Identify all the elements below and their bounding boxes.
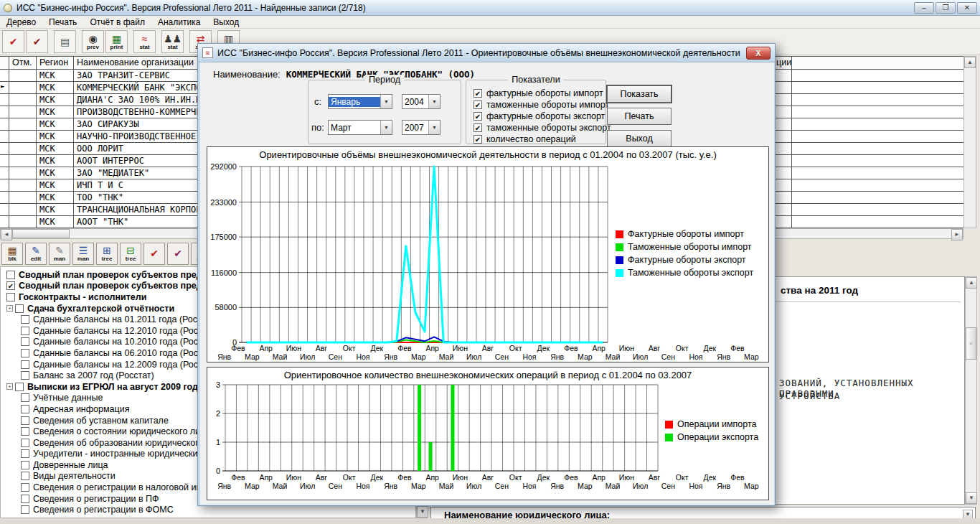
edit-button[interactable]: ✎edit: [25, 243, 47, 265]
svg-text:Апр: Апр: [592, 473, 606, 482]
info-panel-scrollbar[interactable]: ▲ ≡ ▼: [965, 276, 977, 505]
scroll-thumb[interactable]: [12, 229, 70, 238]
scroll-down-icon[interactable]: ▼: [966, 492, 977, 504]
cell-otm: [9, 204, 37, 216]
svg-text:Дек: Дек: [704, 473, 717, 482]
checkbox-icon[interactable]: [15, 304, 24, 313]
to-month-select[interactable]: Март ▼: [328, 120, 392, 135]
checkbox-icon[interactable]: [6, 293, 15, 301]
menu-tree[interactable]: Дерево: [0, 17, 42, 28]
report-check-button[interactable]: ✔: [2, 30, 24, 53]
check-dark-button[interactable]: ✔: [167, 243, 189, 265]
chevron-down-icon[interactable]: ▼: [428, 95, 440, 108]
row-marker: [0, 216, 9, 228]
svg-text:Мар: Мар: [578, 352, 593, 361]
checkbox-icon[interactable]: [15, 383, 24, 391]
checkbox-icon[interactable]: ✔: [473, 89, 482, 98]
tree-green-button[interactable]: ⊟tree: [120, 243, 141, 265]
checkbox-icon[interactable]: [21, 405, 29, 413]
checkbox-icon[interactable]: ✔: [473, 123, 482, 132]
svg-text:116000: 116000: [211, 268, 237, 277]
checkbox-icon[interactable]: [21, 393, 29, 402]
table-vertical-scrollbar[interactable]: ▲: [963, 56, 976, 228]
to-year-select[interactable]: 2007 ▼: [402, 120, 440, 135]
from-year-select[interactable]: 2004 ▼: [402, 94, 440, 109]
from-month-select[interactable]: Январь ▼: [328, 94, 392, 109]
stat-line-button[interactable]: ≈stat: [133, 30, 156, 53]
checkbox-icon[interactable]: [21, 327, 29, 335]
manual-button[interactable]: ✎man: [49, 243, 70, 265]
checkbox-icon[interactable]: [21, 495, 29, 503]
blank-doc-button[interactable]: ▤: [54, 30, 76, 53]
titlebar[interactable]: ИСС "Бизнес-инфо Россия". Версия Profess…: [0, 0, 980, 16]
check-red-button[interactable]: ✔: [143, 243, 165, 265]
print-button[interactable]: Печать: [607, 108, 672, 125]
checkbox-icon[interactable]: [21, 349, 29, 357]
scroll-right-icon[interactable]: ►: [951, 229, 963, 240]
print-button[interactable]: ▦print: [105, 30, 128, 53]
checkbox-icon[interactable]: [21, 427, 29, 436]
preview-button[interactable]: ◉prev: [82, 30, 104, 53]
menu-print[interactable]: Печать: [42, 17, 83, 28]
print-icon: ▦: [112, 34, 121, 45]
indicator-row[interactable]: ✔ таможенные обороты экспорт: [473, 123, 611, 133]
scroll-left-icon[interactable]: ◄: [1, 229, 12, 240]
checkbox-icon[interactable]: ✔: [473, 112, 482, 121]
checkbox-icon[interactable]: [21, 360, 29, 369]
block-button[interactable]: ▦blk: [1, 243, 23, 265]
dialog-close-button[interactable]: X: [746, 47, 771, 60]
checkbox-icon[interactable]: [21, 439, 29, 447]
tree-item-label: Сдача бухгалтерской отчётности: [27, 304, 174, 314]
chevron-down-icon[interactable]: ▼: [380, 121, 392, 134]
indicator-row[interactable]: ✔ количество операций: [473, 134, 576, 144]
checkbox-icon[interactable]: [21, 449, 29, 458]
checkbox-icon[interactable]: ✔: [473, 135, 482, 144]
scroll-down-icon[interactable]: ▼: [417, 506, 428, 518]
minimize-button[interactable]: –: [914, 2, 934, 14]
svg-text:Окт: Окт: [509, 344, 522, 352]
svg-text:Июн: Июн: [453, 473, 468, 482]
tree-item-label: Сданные балансы на 12.2009 года (Росстат: [33, 360, 215, 370]
checkbox-icon[interactable]: [21, 505, 29, 514]
checkbox-icon[interactable]: [21, 371, 29, 380]
indicator-row[interactable]: ✔ фактурные обороты импорт: [473, 88, 603, 98]
close-button[interactable]: ✕: [957, 2, 977, 14]
menu-exit[interactable]: Выход: [207, 17, 245, 28]
menu-analytics[interactable]: Аналитика: [151, 17, 207, 28]
report-check2-button[interactable]: ✔: [26, 30, 48, 53]
checkbox-icon[interactable]: [21, 416, 29, 425]
stat-people-button[interactable]: ♟♟stat: [161, 30, 184, 53]
svg-text:292000: 292000: [210, 162, 237, 171]
checkbox-icon[interactable]: ✔: [6, 281, 15, 290]
svg-text:Сен: Сен: [495, 482, 509, 490]
svg-text:Мар: Мар: [744, 482, 759, 490]
checkbox-icon[interactable]: [21, 315, 29, 324]
exit-button[interactable]: Выход: [607, 130, 672, 147]
svg-text:Фев: Фев: [564, 344, 578, 352]
scroll-thumb[interactable]: ≡: [966, 327, 976, 360]
checkbox-icon[interactable]: [21, 461, 29, 469]
expander-icon[interactable]: +: [6, 305, 13, 312]
svg-text:Фев: Фев: [397, 473, 412, 482]
menu-report-to-file[interactable]: Отчёт в файл: [83, 17, 151, 28]
restore-button[interactable]: ❐: [936, 2, 956, 14]
checkbox-icon[interactable]: [21, 337, 29, 346]
manual2-button[interactable]: ☰man: [72, 243, 94, 265]
checkbox-icon[interactable]: ✔: [473, 100, 482, 109]
scroll-up-icon[interactable]: ▲: [966, 277, 977, 289]
show-button[interactable]: Показать: [607, 85, 672, 103]
dialog-titlebar[interactable]: ≈ ИСС "Бизнес-инфо Россия". Версия Profe…: [198, 44, 775, 62]
expander-icon[interactable]: +: [6, 383, 13, 390]
chevron-down-icon[interactable]: ▼: [380, 95, 392, 108]
name-label: Наименование:: [213, 69, 281, 80]
checkbox-icon[interactable]: [21, 472, 29, 480]
scroll-up-icon[interactable]: ▲: [964, 57, 976, 68]
blank-doc-icon: ▤: [60, 37, 70, 47]
tree-blue-button[interactable]: ⊞tree: [96, 243, 118, 265]
checkbox-icon[interactable]: [6, 271, 15, 279]
checkbox-icon[interactable]: [21, 483, 29, 492]
indicator-row[interactable]: ✔ таможенные обороты импорт: [473, 100, 609, 110]
svg-text:175000: 175000: [210, 233, 237, 241]
chevron-down-icon[interactable]: ▼: [428, 121, 440, 134]
indicator-row[interactable]: ✔ фактурные обороты экспорт: [473, 111, 605, 121]
